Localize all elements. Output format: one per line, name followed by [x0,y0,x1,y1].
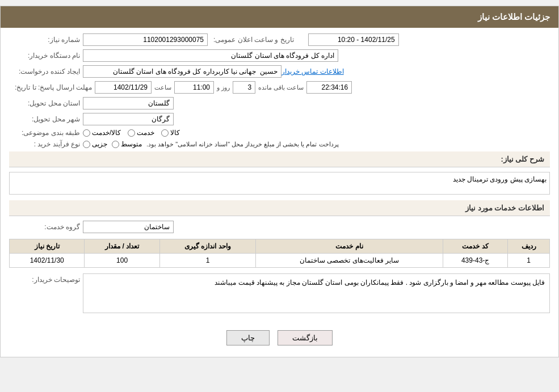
tosaif-text: فایل پیوست مطالعه مهر و امضا و بارگزاری … [215,279,545,286]
bazgasht-button[interactable]: بازگشت [278,330,333,345]
col-vahed: واحد اندازه گیری [159,239,256,254]
button-row: بازگشت چاپ [9,324,550,351]
radio-jozyi-label: جزیی [92,140,107,148]
nam-dastgah-label: نام دستگاه خریدار: [9,52,83,60]
no-farayand-label: نوع فرآیند خرید : [9,140,83,148]
radio-kala-label: کالا [170,129,180,137]
shahr-tahvil-label: شهر محل تحویل: [9,115,83,123]
mohlat-date-input[interactable] [95,81,152,94]
radio-kala[interactable]: کالا [161,129,180,137]
col-nam: نام خدمت [256,239,443,254]
mohlat-roz-label: روز و [214,84,233,91]
mohlat-saat-label: ساعت [152,84,174,91]
shahr-tahvil-input[interactable] [83,113,174,125]
col-radif: ردیف [508,239,550,254]
table-row: 1ج-43-439سایر فعالیت‌های تخصصی ساختمان11… [10,254,550,268]
nam-dastgah-input[interactable] [83,49,338,62]
radio-khedmat-label: خدمت [137,129,154,137]
tosaif-label: توصیحات خریدار: [9,273,83,284]
shomara-niaz-label: شماره نیاز: [9,36,83,44]
page-title: جزئیات اطلاعات نیاز [478,12,550,22]
services-table-section: ردیف کد خدمت نام خدمت واحد اندازه گیری ت… [9,239,550,268]
col-kod: کد خدمت [443,239,508,254]
col-tedad: تعداد / مقدار [85,239,159,254]
col-tarikh: تاریخ نیاز [10,239,85,254]
sharh-label: شرح کلی نیاز: [501,155,544,163]
mohlat-remaining-input[interactable] [306,81,352,94]
farayand-desc: پرداخت تمام یا بخشی از مبلغ خریداز محل "… [146,141,339,148]
mohlat-remaining-label: ساعت باقی مانده [255,84,306,91]
tabaghebandi-label: طبقه بندی موضوعی: [9,129,83,137]
radio-motavaset[interactable]: متوسط [112,140,142,148]
radio-motavaset-label: متوسط [121,140,142,148]
page-header: جزئیات اطلاعات نیاز [1,6,558,28]
radio-jozyi[interactable]: جزیی [83,140,107,148]
tosaif-box: فایل پیوست مطالعه مهر و امضا و بارگزاری … [83,273,550,313]
tabaghebandi-radio-group: کالا/خدمت خدمت کالا [83,129,180,137]
mohlat-label: مهلت ارسال پاسخ: تا تاریخ: [9,83,95,91]
tosaif-row: توصیحات خریدار: فایل پیوست مطالعه مهر و … [9,273,550,319]
ijad-konande-label: ایجاد کننده درخواست: [9,68,83,75]
tarikh-label: تاریخ و ساعت اعلان عمومی: [208,36,297,44]
shomara-niaz-input[interactable] [83,33,208,46]
tarikh-input[interactable] [308,33,399,46]
chap-button[interactable]: چاپ [226,330,270,345]
gorooh-khadamat-input[interactable] [83,221,174,233]
radio-kala-khedmat-label: کالا/خدمت [92,129,121,137]
mohlat-saat-input[interactable] [174,81,214,94]
gorooh-khadamat-label: گروه خدمت: [9,223,83,231]
radio-kala-khedmat[interactable]: کالا/خدمت [83,129,121,137]
mohlat-roz-input[interactable] [233,81,255,94]
ostan-tahvil-input[interactable] [83,97,174,109]
etelaat-tamas-link[interactable]: اطلاعات تماس خریدار [281,68,344,75]
sharh-value: بهسازی پیش ورودی ترمینال جدید [453,175,547,183]
etelaat-khadamat-title: اطلاعات خدمات مورد نیاز [9,200,550,216]
ostan-tahvil-label: استان محل تحویل: [9,99,83,107]
ijad-konande-input [83,65,281,78]
radio-khedmat[interactable]: خدمت [128,129,154,137]
sharh-section-title: شرح کلی نیاز: [9,151,550,167]
